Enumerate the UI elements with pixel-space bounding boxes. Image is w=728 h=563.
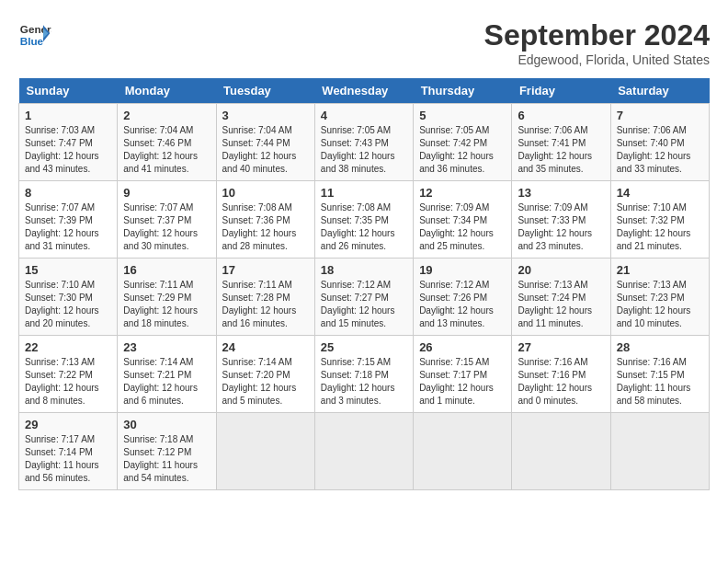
col-header-wednesday: Wednesday bbox=[314, 78, 413, 104]
calendar-cell: 18Sunrise: 7:12 AM Sunset: 7:27 PM Dayli… bbox=[314, 259, 413, 336]
calendar-cell: 17Sunrise: 7:11 AM Sunset: 7:28 PM Dayli… bbox=[216, 259, 314, 336]
col-header-sunday: Sunday bbox=[19, 78, 118, 104]
calendar-cell: 20Sunrise: 7:13 AM Sunset: 7:24 PM Dayli… bbox=[512, 259, 610, 336]
day-info: Sunrise: 7:07 AM Sunset: 7:39 PM Dayligh… bbox=[25, 201, 111, 253]
day-info: Sunrise: 7:04 AM Sunset: 7:44 PM Dayligh… bbox=[222, 124, 309, 176]
day-info: Sunrise: 7:10 AM Sunset: 7:32 PM Dayligh… bbox=[617, 201, 703, 253]
calendar-cell: 4Sunrise: 7:05 AM Sunset: 7:43 PM Daylig… bbox=[314, 104, 413, 181]
calendar-cell: 9Sunrise: 7:07 AM Sunset: 7:37 PM Daylig… bbox=[118, 181, 216, 259]
calendar-cell: 19Sunrise: 7:12 AM Sunset: 7:26 PM Dayli… bbox=[414, 259, 512, 336]
day-info: Sunrise: 7:11 AM Sunset: 7:28 PM Dayligh… bbox=[222, 279, 309, 330]
day-number: 16 bbox=[123, 263, 210, 277]
location-subtitle: Edgewood, Florida, United States bbox=[484, 52, 710, 67]
calendar-cell: 14Sunrise: 7:10 AM Sunset: 7:32 PM Dayli… bbox=[610, 181, 709, 259]
calendar-cell: 15Sunrise: 7:10 AM Sunset: 7:30 PM Dayli… bbox=[19, 259, 118, 336]
calendar-week-row: 1Sunrise: 7:03 AM Sunset: 7:47 PM Daylig… bbox=[19, 104, 710, 181]
day-number: 26 bbox=[419, 340, 506, 354]
calendar-cell: 30Sunrise: 7:18 AM Sunset: 7:12 PM Dayli… bbox=[118, 413, 216, 490]
calendar-cell: 23Sunrise: 7:14 AM Sunset: 7:21 PM Dayli… bbox=[118, 336, 216, 413]
col-header-tuesday: Tuesday bbox=[216, 78, 314, 104]
day-info: Sunrise: 7:09 AM Sunset: 7:33 PM Dayligh… bbox=[518, 201, 604, 253]
col-header-friday: Friday bbox=[512, 78, 610, 104]
calendar-cell: 8Sunrise: 7:07 AM Sunset: 7:39 PM Daylig… bbox=[19, 181, 118, 259]
day-number: 28 bbox=[617, 340, 703, 354]
logo-icon: General Blue bbox=[18, 18, 51, 52]
day-number: 24 bbox=[222, 340, 309, 354]
day-info: Sunrise: 7:12 AM Sunset: 7:27 PM Dayligh… bbox=[321, 279, 407, 330]
day-info: Sunrise: 7:08 AM Sunset: 7:36 PM Dayligh… bbox=[222, 201, 309, 253]
day-info: Sunrise: 7:04 AM Sunset: 7:46 PM Dayligh… bbox=[123, 124, 210, 176]
calendar-cell: 21Sunrise: 7:13 AM Sunset: 7:23 PM Dayli… bbox=[610, 259, 709, 336]
day-number: 2 bbox=[123, 109, 210, 122]
page-header: General Blue September 2024 Edgewood, Fl… bbox=[18, 18, 710, 67]
day-info: Sunrise: 7:09 AM Sunset: 7:34 PM Dayligh… bbox=[419, 201, 506, 253]
day-info: Sunrise: 7:18 AM Sunset: 7:12 PM Dayligh… bbox=[123, 433, 210, 485]
day-number: 20 bbox=[518, 263, 604, 277]
day-number: 8 bbox=[25, 186, 111, 200]
svg-text:Blue: Blue bbox=[20, 35, 44, 47]
calendar-cell bbox=[414, 413, 512, 490]
day-info: Sunrise: 7:16 AM Sunset: 7:16 PM Dayligh… bbox=[518, 356, 604, 408]
day-info: Sunrise: 7:03 AM Sunset: 7:47 PM Dayligh… bbox=[25, 124, 111, 176]
calendar-cell: 13Sunrise: 7:09 AM Sunset: 7:33 PM Dayli… bbox=[512, 181, 610, 259]
day-number: 5 bbox=[419, 109, 506, 122]
day-info: Sunrise: 7:13 AM Sunset: 7:22 PM Dayligh… bbox=[25, 356, 111, 408]
day-info: Sunrise: 7:14 AM Sunset: 7:21 PM Dayligh… bbox=[123, 356, 210, 408]
calendar-week-row: 15Sunrise: 7:10 AM Sunset: 7:30 PM Dayli… bbox=[19, 259, 710, 336]
day-number: 1 bbox=[25, 109, 111, 122]
calendar-cell bbox=[216, 413, 314, 490]
day-number: 10 bbox=[222, 186, 309, 200]
title-block: September 2024 Edgewood, Florida, United… bbox=[484, 18, 710, 67]
day-info: Sunrise: 7:05 AM Sunset: 7:43 PM Dayligh… bbox=[321, 124, 407, 176]
col-header-thursday: Thursday bbox=[414, 78, 512, 104]
day-info: Sunrise: 7:13 AM Sunset: 7:23 PM Dayligh… bbox=[617, 279, 703, 330]
day-info: Sunrise: 7:14 AM Sunset: 7:20 PM Dayligh… bbox=[222, 356, 309, 408]
calendar-table: SundayMondayTuesdayWednesdayThursdayFrid… bbox=[18, 78, 710, 490]
day-number: 14 bbox=[617, 186, 703, 200]
header-row: SundayMondayTuesdayWednesdayThursdayFrid… bbox=[19, 78, 710, 104]
day-number: 13 bbox=[518, 186, 604, 200]
calendar-cell: 7Sunrise: 7:06 AM Sunset: 7:40 PM Daylig… bbox=[610, 104, 709, 181]
calendar-cell: 10Sunrise: 7:08 AM Sunset: 7:36 PM Dayli… bbox=[216, 181, 314, 259]
day-number: 19 bbox=[419, 263, 506, 277]
calendar-cell: 12Sunrise: 7:09 AM Sunset: 7:34 PM Dayli… bbox=[414, 181, 512, 259]
day-number: 12 bbox=[419, 186, 506, 200]
calendar-cell: 27Sunrise: 7:16 AM Sunset: 7:16 PM Dayli… bbox=[512, 336, 610, 413]
calendar-cell: 16Sunrise: 7:11 AM Sunset: 7:29 PM Dayli… bbox=[118, 259, 216, 336]
day-info: Sunrise: 7:17 AM Sunset: 7:14 PM Dayligh… bbox=[25, 433, 111, 485]
day-info: Sunrise: 7:13 AM Sunset: 7:24 PM Dayligh… bbox=[518, 279, 604, 330]
day-number: 27 bbox=[518, 340, 604, 354]
day-info: Sunrise: 7:06 AM Sunset: 7:40 PM Dayligh… bbox=[617, 124, 703, 176]
calendar-cell: 3Sunrise: 7:04 AM Sunset: 7:44 PM Daylig… bbox=[216, 104, 314, 181]
calendar-week-row: 29Sunrise: 7:17 AM Sunset: 7:14 PM Dayli… bbox=[19, 413, 710, 490]
day-number: 9 bbox=[123, 186, 210, 200]
day-number: 15 bbox=[25, 263, 111, 277]
calendar-cell bbox=[512, 413, 610, 490]
calendar-cell: 28Sunrise: 7:16 AM Sunset: 7:15 PM Dayli… bbox=[610, 336, 709, 413]
day-number: 29 bbox=[25, 418, 111, 431]
calendar-cell bbox=[610, 413, 709, 490]
day-number: 6 bbox=[518, 109, 604, 122]
day-info: Sunrise: 7:05 AM Sunset: 7:42 PM Dayligh… bbox=[419, 124, 506, 176]
day-number: 17 bbox=[222, 263, 309, 277]
day-info: Sunrise: 7:08 AM Sunset: 7:35 PM Dayligh… bbox=[321, 201, 407, 253]
day-info: Sunrise: 7:16 AM Sunset: 7:15 PM Dayligh… bbox=[617, 356, 703, 408]
day-number: 30 bbox=[123, 418, 210, 431]
col-header-monday: Monday bbox=[118, 78, 216, 104]
day-info: Sunrise: 7:15 AM Sunset: 7:18 PM Dayligh… bbox=[321, 356, 407, 408]
calendar-cell: 1Sunrise: 7:03 AM Sunset: 7:47 PM Daylig… bbox=[19, 104, 118, 181]
calendar-cell: 6Sunrise: 7:06 AM Sunset: 7:41 PM Daylig… bbox=[512, 104, 610, 181]
day-info: Sunrise: 7:10 AM Sunset: 7:30 PM Dayligh… bbox=[25, 279, 111, 330]
calendar-cell: 29Sunrise: 7:17 AM Sunset: 7:14 PM Dayli… bbox=[19, 413, 118, 490]
day-number: 25 bbox=[321, 340, 407, 354]
calendar-cell: 5Sunrise: 7:05 AM Sunset: 7:42 PM Daylig… bbox=[414, 104, 512, 181]
calendar-cell: 22Sunrise: 7:13 AM Sunset: 7:22 PM Dayli… bbox=[19, 336, 118, 413]
logo: General Blue bbox=[18, 18, 51, 52]
day-info: Sunrise: 7:06 AM Sunset: 7:41 PM Dayligh… bbox=[518, 124, 604, 176]
calendar-cell: 2Sunrise: 7:04 AM Sunset: 7:46 PM Daylig… bbox=[118, 104, 216, 181]
day-info: Sunrise: 7:15 AM Sunset: 7:17 PM Dayligh… bbox=[419, 356, 506, 408]
day-number: 18 bbox=[321, 263, 407, 277]
calendar-week-row: 22Sunrise: 7:13 AM Sunset: 7:22 PM Dayli… bbox=[19, 336, 710, 413]
day-number: 21 bbox=[617, 263, 703, 277]
day-number: 11 bbox=[321, 186, 407, 200]
